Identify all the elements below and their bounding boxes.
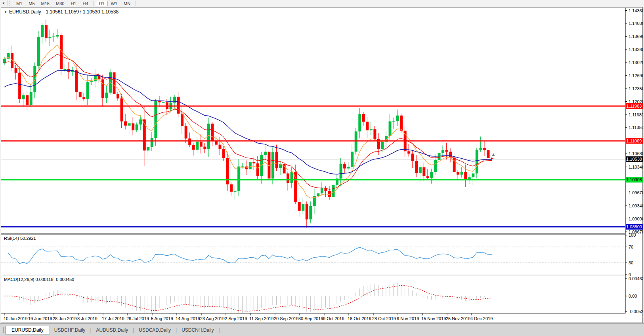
price-tick: 1.12350 xyxy=(629,86,643,91)
date-tick: 11 Sep 2019 xyxy=(249,316,274,321)
timeframe-button-h1[interactable]: H1 xyxy=(67,1,79,6)
date-tick: 19 Jun 2019 xyxy=(28,316,52,321)
timeframe-button-h4[interactable]: H4 xyxy=(79,1,91,6)
tab-usdchf[interactable]: USDCHF,Daily xyxy=(50,326,90,334)
date-tick: 26 Jul 2019 xyxy=(126,316,149,321)
rsi-tick: 70 xyxy=(629,245,633,249)
main-chart-svg: 1.119031.110091.105381.100081.088001.143… xyxy=(1,8,643,323)
date-tick: 6 Nov 2019 xyxy=(397,316,419,321)
candles-layer xyxy=(3,20,495,228)
chart-dropdown-button[interactable]: ▼ xyxy=(0,0,8,6)
macd-tick: 0.00463 xyxy=(629,276,643,281)
date-tick: 8 Jul 2019 xyxy=(77,316,97,321)
tab-usdcnh[interactable]: USDCNH,Daily xyxy=(177,326,218,334)
price-tick: 1.11680 xyxy=(629,112,643,117)
date-tick: 17 Jul 2019 xyxy=(102,316,124,321)
toolbar-separator xyxy=(136,1,136,6)
timeframe-button-d1[interactable]: D1 xyxy=(96,1,108,6)
price-tick: 1.13020 xyxy=(629,60,643,65)
price-label-1.08800: 1.08800 xyxy=(626,224,642,229)
timeframe-buttons: M1M5M15M30H1H4D1W1MN xyxy=(13,1,138,6)
date-tick: 10 Jun 2019 xyxy=(4,316,28,321)
rsi-tick: 30 xyxy=(629,260,633,265)
hlines-layer[interactable]: 1.119031.110091.105381.100081.08800 xyxy=(1,103,643,230)
timeframe-toolbar: ▼ M1M5M15M30H1H4D1W1MN xyxy=(0,0,644,7)
date-tick: 20 Sep 2019 xyxy=(274,316,298,321)
symbol-tabbar: EURUSD,DailyUSDCHF,Daily|AUDUSD,Daily|US… xyxy=(0,323,644,336)
price-label-1.10538: 1.10538 xyxy=(626,157,642,161)
price-tick: 1.12690 xyxy=(629,73,643,78)
tab-divider: | xyxy=(218,327,220,333)
price-tick: 1.09340 xyxy=(629,203,643,208)
price-arrow-marker xyxy=(492,153,495,156)
rsi-layer: 10070300 xyxy=(1,233,636,277)
timeframe-button-m30[interactable]: M30 xyxy=(53,1,67,6)
tab-audusd[interactable]: AUDUSD,Daily xyxy=(92,326,133,334)
date-tick: 18 Oct 2019 xyxy=(348,316,371,321)
price-tick: 1.13360 xyxy=(629,47,643,52)
timeframe-button-w1[interactable]: W1 xyxy=(108,1,121,6)
price-tick: 1.14030 xyxy=(629,21,643,26)
price-tick: 1.10340 xyxy=(629,165,643,169)
tab-divider: | xyxy=(176,327,177,333)
date-tick: 9 Oct 2019 xyxy=(323,316,344,321)
price-label-1.11009: 1.11009 xyxy=(627,139,642,143)
date-tick: 15 Nov 2019 xyxy=(421,316,446,321)
timeframe-button-m5[interactable]: M5 xyxy=(25,1,38,6)
date-tick: 2 Sep 2019 xyxy=(225,316,247,321)
trading-platform: { "toolbar": { "dropdown_icon": "chevron… xyxy=(0,0,644,336)
date-tick: 23 Aug 2019 xyxy=(200,316,225,321)
timeframe-button-m15[interactable]: M15 xyxy=(38,1,53,6)
price-tick: 1.09000 xyxy=(629,216,643,221)
price-label-1.10008: 1.10008 xyxy=(626,177,642,182)
axes-layer: 1.143601.140301.136901.133601.130201.126… xyxy=(1,8,643,321)
date-tick: 28 Oct 2019 xyxy=(372,316,396,321)
price-tick: 1.13690 xyxy=(629,34,643,39)
tab-divider: | xyxy=(133,327,134,333)
macd-signal-line xyxy=(4,286,492,311)
timeframe-button-m1[interactable]: M1 xyxy=(13,1,25,6)
date-tick: 25 Nov 2019 xyxy=(446,316,470,321)
toolbar-separator xyxy=(94,1,94,6)
moving-averages-layer xyxy=(4,45,492,198)
rsi-line xyxy=(8,247,492,264)
price-tick: 1.12020 xyxy=(629,99,643,104)
tab-usdcad[interactable]: USDCAD,Daily xyxy=(134,326,175,334)
tab-eurusd[interactable]: EURUSD,Daily xyxy=(5,326,50,334)
price-tick: 1.10680 xyxy=(629,151,643,156)
date-tick: 4 Dec 2019 xyxy=(470,316,493,321)
chart-window: 1.119031.110091.105381.100081.088001.143… xyxy=(1,7,643,323)
date-tick: 30 Sep 2019 xyxy=(298,316,323,321)
macd-layer: 0.004630.00-0.00529 xyxy=(4,276,643,314)
price-label-1.11903: 1.11903 xyxy=(627,104,642,108)
tabbar-grip xyxy=(1,327,4,333)
date-tick: 14 Aug 2019 xyxy=(176,316,200,321)
macd-tick: 0.00 xyxy=(629,294,637,298)
date-tick: 5 Aug 2019 xyxy=(151,316,173,321)
macd-tick: -0.00529 xyxy=(629,309,643,314)
chevron-down-icon: ▼ xyxy=(2,2,5,5)
timeframe-button-mn[interactable]: MN xyxy=(120,1,134,6)
date-tick: 28 Jun 2019 xyxy=(53,316,77,321)
toolbar-drag-grip[interactable] xyxy=(9,1,11,6)
tab-divider: | xyxy=(90,327,91,333)
price-tick: 1.11350 xyxy=(629,125,643,130)
ma-line-8 xyxy=(4,45,492,198)
price-tick: 1.14360 xyxy=(629,8,643,13)
rsi-tick: 100 xyxy=(629,233,636,237)
price-tick: 1.09670 xyxy=(629,190,643,195)
